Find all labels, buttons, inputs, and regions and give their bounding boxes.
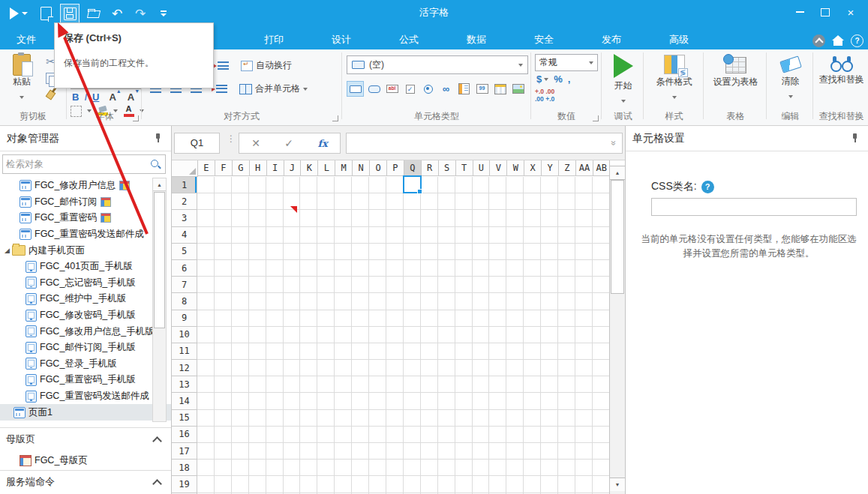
cell-E18[interactable] [197, 460, 215, 476]
cell-O2[interactable] [369, 193, 386, 210]
cell-J4[interactable] [284, 227, 301, 244]
cell-N2[interactable] [352, 193, 369, 210]
row-header-8[interactable]: 8 [172, 293, 197, 310]
radio-cell-button[interactable] [420, 82, 436, 96]
number-format-combo[interactable]: 常规 [535, 54, 598, 71]
cell-S12[interactable] [438, 360, 455, 376]
cell-J7[interactable] [284, 277, 301, 293]
cell-R8[interactable] [421, 293, 438, 310]
cell-P5[interactable] [386, 244, 404, 260]
cell-P17[interactable] [386, 443, 404, 460]
cell-P6[interactable] [386, 260, 404, 277]
cell-P7[interactable] [386, 277, 404, 293]
cell-U2[interactable] [473, 193, 490, 210]
cell-O13[interactable] [369, 376, 386, 393]
cell-U12[interactable] [473, 360, 490, 376]
cell-Q3[interactable] [404, 210, 421, 226]
cell-F15[interactable] [215, 410, 232, 427]
cell-W1[interactable] [506, 177, 524, 193]
cell-S6[interactable] [438, 260, 455, 277]
cell-E8[interactable] [197, 293, 215, 310]
cell-X13[interactable] [524, 376, 541, 393]
expander-icon[interactable]: ◢ [5, 247, 12, 254]
pin-icon[interactable] [851, 133, 859, 142]
column-header-F[interactable]: F [215, 160, 233, 176]
cell-R14[interactable] [421, 393, 438, 409]
cell-L14[interactable] [317, 393, 335, 409]
cell-I2[interactable] [266, 193, 284, 210]
cell-W14[interactable] [506, 393, 524, 409]
decrease-decimal-button[interactable]: .00 +.0 [535, 95, 554, 103]
row-header-18[interactable]: 18 [172, 460, 197, 476]
cell-K16[interactable] [300, 427, 317, 443]
cell-T18[interactable] [455, 460, 473, 476]
row-header-3[interactable]: 3 [172, 210, 197, 226]
cell-Y19[interactable] [541, 476, 558, 493]
cell-type-combo[interactable]: (空) [347, 55, 528, 74]
cell-N5[interactable] [352, 244, 369, 260]
conditional-format-caret[interactable] [672, 96, 677, 99]
cell-F5[interactable] [215, 244, 232, 260]
cell-P13[interactable] [386, 376, 404, 393]
object-search-input[interactable] [3, 159, 151, 169]
textbox-cell-button[interactable]: abl [384, 82, 400, 96]
tree-item[interactable]: FGC_重置密码发送邮件成 [0, 388, 171, 405]
start-caret[interactable] [621, 100, 626, 103]
cell-L5[interactable] [317, 244, 335, 260]
format-painter-button[interactable] [44, 88, 57, 100]
cell-Z15[interactable] [558, 410, 575, 427]
column-header-U[interactable]: U [473, 160, 491, 176]
cell-F9[interactable] [215, 310, 232, 327]
section-header[interactable]: 母版页 [0, 427, 171, 451]
cell-AA15[interactable] [575, 410, 593, 427]
cell-O11[interactable] [369, 343, 386, 360]
cell-V13[interactable] [489, 376, 506, 393]
cell-Q4[interactable] [404, 227, 421, 244]
cell-V16[interactable] [489, 427, 506, 443]
cell-T1[interactable] [455, 177, 473, 193]
tree-item[interactable]: FGC_邮件订阅_手机版 [0, 340, 171, 356]
cell-V8[interactable] [489, 293, 506, 310]
cell-V6[interactable] [489, 260, 506, 277]
cell-W11[interactable] [506, 343, 524, 360]
cell-AA3[interactable] [575, 210, 593, 226]
cell-U17[interactable] [473, 443, 490, 460]
cell-R15[interactable] [421, 410, 438, 427]
cell-H18[interactable] [249, 460, 266, 476]
cell-J8[interactable] [284, 293, 301, 310]
cell-F18[interactable] [215, 460, 232, 476]
row-header-7[interactable]: 7 [172, 277, 197, 293]
cell-M13[interactable] [335, 376, 352, 393]
button-cell-button[interactable] [347, 81, 364, 97]
column-header-AA[interactable]: AA [576, 160, 593, 176]
cell-Z16[interactable] [558, 427, 575, 443]
row-header-19[interactable]: 19 [172, 476, 197, 493]
cell-AB3[interactable] [593, 210, 610, 226]
cell-G11[interactable] [232, 343, 249, 360]
cell-K14[interactable] [300, 393, 317, 409]
grid-scroll-up[interactable]: ▲ [610, 166, 625, 180]
cell-Z17[interactable] [558, 443, 575, 460]
cell-K3[interactable] [300, 210, 317, 226]
row-header-2[interactable]: 2 [172, 193, 197, 210]
cell-N10[interactable] [352, 327, 369, 343]
cell-O18[interactable] [369, 460, 386, 476]
cell-J17[interactable] [284, 443, 301, 460]
italic-button[interactable]: I [84, 91, 87, 103]
cell-Y16[interactable] [541, 427, 558, 443]
cell-AB17[interactable] [593, 443, 610, 460]
cell-S17[interactable] [438, 443, 455, 460]
cell-K18[interactable] [300, 460, 317, 476]
cell-G16[interactable] [232, 427, 249, 443]
cell-E13[interactable] [197, 376, 215, 393]
cell-S11[interactable] [438, 343, 455, 360]
cell-L3[interactable] [317, 210, 335, 226]
row-header-14[interactable]: 14 [172, 393, 197, 409]
cell-type-caret[interactable] [518, 64, 523, 67]
cell-Q16[interactable] [404, 427, 421, 443]
cell-AA18[interactable] [575, 460, 593, 476]
cell-T9[interactable] [455, 310, 473, 327]
cell-K19[interactable] [300, 476, 317, 493]
cell-J12[interactable] [284, 360, 301, 376]
cell-X14[interactable] [524, 393, 541, 409]
